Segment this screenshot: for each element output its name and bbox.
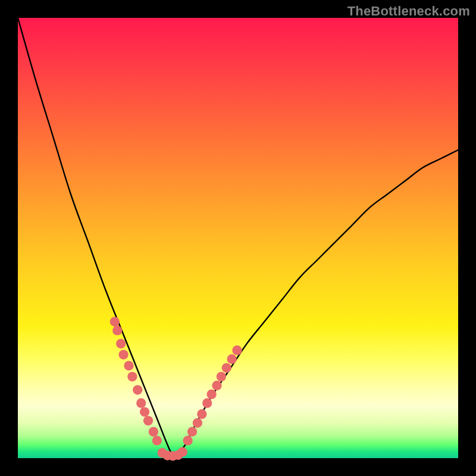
data-marker — [227, 354, 237, 364]
data-marker — [127, 372, 137, 381]
data-marker — [116, 339, 126, 348]
data-marker — [140, 407, 149, 416]
data-marker — [149, 427, 158, 436]
data-marker — [187, 427, 197, 436]
data-marker — [133, 385, 142, 394]
curve-line — [18, 18, 458, 455]
chart-overlay — [18, 18, 458, 458]
chart-stage: TheBottleneck.com — [0, 0, 476, 476]
data-marker — [152, 436, 162, 445]
data-marker — [197, 409, 206, 419]
data-marker — [124, 361, 133, 370]
data-marker — [118, 350, 128, 359]
data-marker — [178, 447, 187, 457]
data-marker — [112, 325, 122, 335]
data-marker — [232, 346, 242, 355]
plot-area — [18, 18, 458, 458]
data-marker — [183, 436, 193, 445]
data-marker — [222, 363, 231, 372]
data-marker — [136, 398, 146, 408]
data-marker — [143, 416, 153, 425]
data-marker — [110, 317, 120, 326]
data-marker — [212, 381, 221, 390]
data-marker — [193, 418, 202, 428]
data-marker — [202, 398, 212, 408]
data-marker — [217, 372, 226, 381]
watermark-text: TheBottleneck.com — [347, 4, 470, 19]
data-marker — [206, 390, 216, 399]
